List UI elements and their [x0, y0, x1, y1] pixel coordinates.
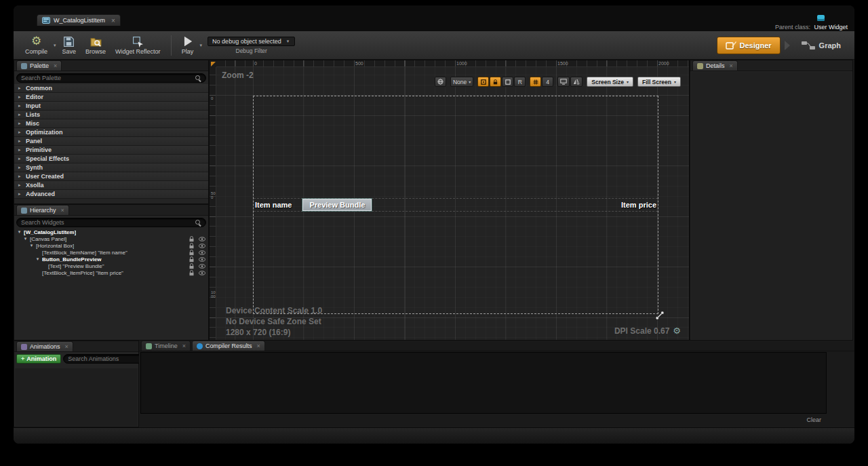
flip-preview-button[interactable] [570, 77, 583, 87]
add-animation-button[interactable]: + Animation [16, 354, 61, 364]
graph-mode-button[interactable]: Graph [794, 37, 848, 54]
designer-mode-button[interactable]: Designer [717, 37, 781, 54]
safe-frames-button[interactable] [502, 77, 513, 87]
expander-icon[interactable]: ▸ [18, 156, 22, 161]
canvas-grid[interactable]: Zoom -2 Item name Preview Bundle Item pr… [216, 67, 689, 340]
hierarchy-row[interactable]: ▾ [Horizontal Box] [14, 242, 208, 249]
item-name-text[interactable]: Item name [255, 201, 292, 209]
hierarchy-row[interactable]: ▾ Button_BundlePreview [14, 256, 208, 263]
designer-viewport[interactable]: 0500100015002000 05001000 Zoom -2 Item n… [209, 60, 690, 341]
compiler-results-log[interactable] [140, 352, 827, 414]
expander-icon[interactable]: ▸ [18, 191, 22, 197]
tab-timeline[interactable]: Timeline × [141, 341, 191, 351]
lock-icon[interactable] [189, 256, 194, 263]
lock-icon[interactable] [189, 250, 194, 256]
palette-category[interactable]: ▸ Panel [14, 137, 208, 146]
palette-category[interactable]: ▸ Special Effects [14, 155, 208, 163]
tab-details[interactable]: Details × [692, 60, 738, 71]
debug-filter-label: Debug Filter [236, 47, 267, 54]
palette-category[interactable]: ▸ Xsolla [14, 181, 208, 190]
play-dropdown-caret-icon[interactable]: ▾ [200, 43, 203, 48]
asset-tab[interactable]: W_CatalogListItem × [37, 14, 121, 26]
snap-grid-size-button[interactable]: 4 [542, 77, 553, 87]
palette-category[interactable]: ▸ Advanced [14, 190, 208, 199]
close-icon[interactable]: × [182, 343, 186, 349]
zoom-to-fit-button[interactable] [557, 77, 570, 87]
expander-icon[interactable]: ▸ [18, 174, 22, 179]
dpi-settings-gear-icon[interactable]: ⚙ [673, 326, 681, 336]
expander-icon[interactable]: ▸ [18, 138, 22, 144]
browse-button[interactable]: Browse [81, 34, 111, 56]
widget-reflector-button[interactable]: Widget Reflector [111, 34, 165, 56]
close-icon[interactable]: × [65, 343, 68, 350]
fill-screen-dropdown[interactable]: Fill Screen ▾ [637, 77, 681, 87]
debug-object-dropdown[interactable]: No debug object selected ▾ [208, 37, 295, 46]
preview-language-dropdown[interactable]: None ▾ [450, 77, 473, 87]
expander-icon[interactable]: ▾ [29, 243, 34, 248]
eye-icon[interactable] [199, 271, 205, 275]
palette-category[interactable]: ▸ Primitive [14, 146, 208, 155]
palette-category-label: Advanced [26, 191, 55, 197]
lock-icon[interactable] [189, 263, 194, 269]
snap-grid-button[interactable] [530, 77, 541, 87]
expander-icon[interactable]: ▾ [35, 256, 40, 262]
compile-dropdown-caret-icon[interactable]: ▾ [54, 43, 56, 48]
localization-preview-button[interactable] [435, 77, 446, 87]
expander-icon[interactable]: ▸ [18, 85, 22, 91]
close-icon[interactable]: × [111, 17, 115, 24]
resize-handle[interactable] [656, 311, 664, 319]
palette-category[interactable]: ▸ Lists [14, 111, 208, 119]
compile-button[interactable]: ⚙ Compile [20, 34, 52, 56]
palette-category[interactable]: ▸ User Created [14, 172, 208, 181]
lock-icon[interactable] [189, 243, 194, 249]
tab-hierarchy[interactable]: Hierarchy × [16, 205, 69, 215]
eye-icon[interactable] [199, 250, 205, 255]
hierarchy-row[interactable]: ▾ [W_CatalogListItem] [14, 229, 208, 235]
screen-size-dropdown[interactable]: Screen Size ▾ [587, 77, 633, 87]
lock-icon[interactable] [189, 236, 194, 242]
palette-category[interactable]: ▸ Misc [14, 119, 208, 128]
close-icon[interactable]: × [61, 207, 64, 214]
palette-category[interactable]: ▸ Synth [14, 163, 208, 172]
eye-icon[interactable] [199, 244, 205, 248]
item-price-text[interactable]: Item price [621, 201, 656, 209]
outline-toggle-button[interactable] [477, 77, 489, 87]
raw-edit-toggle-button[interactable]: R [514, 77, 526, 87]
hierarchy-search-input[interactable] [21, 219, 195, 226]
close-icon[interactable]: × [256, 343, 260, 349]
tab-palette[interactable]: Palette × [16, 60, 62, 71]
hierarchy-row[interactable]: [Text] "Preview Bundle" [14, 263, 208, 269]
expander-icon[interactable]: ▾ [23, 236, 28, 241]
tab-compiler-results[interactable]: Compiler Results × [192, 341, 265, 351]
lock-preview-button[interactable] [490, 77, 501, 87]
expander-icon[interactable]: ▸ [18, 182, 22, 188]
expander-icon[interactable]: ▸ [18, 103, 22, 109]
preview-bundle-button[interactable]: Preview Bundle [302, 199, 372, 211]
expander-icon[interactable]: ▸ [18, 130, 22, 135]
palette-category[interactable]: ▸ Optimization [14, 128, 208, 137]
expander-icon[interactable]: ▾ [17, 229, 22, 235]
palette-category[interactable]: ▸ Common [14, 84, 208, 93]
clear-button[interactable]: Clear [806, 416, 821, 423]
eye-icon[interactable] [199, 257, 205, 262]
hierarchy-row[interactable]: [TextBlock_ItemName] "Item name" [14, 249, 208, 256]
save-button[interactable]: Save [58, 34, 81, 56]
palette-category[interactable]: ▸ Input [14, 102, 208, 111]
eye-icon[interactable] [199, 264, 205, 269]
hierarchy-row[interactable]: ▾ [Canvas Panel] [14, 235, 208, 242]
play-button[interactable]: Play [177, 34, 199, 56]
expander-icon[interactable]: ▸ [18, 165, 22, 170]
expander-icon[interactable]: ▸ [18, 94, 22, 100]
expander-icon[interactable]: ▸ [18, 112, 22, 117]
close-icon[interactable]: × [730, 62, 733, 69]
palette-search-input[interactable] [21, 75, 195, 81]
expander-icon[interactable]: ▸ [18, 121, 22, 126]
palette-category[interactable]: ▸ Editor [14, 93, 208, 102]
tab-animations[interactable]: Animations × [16, 341, 73, 351]
expander-icon[interactable]: ▸ [18, 147, 22, 153]
animations-search-input[interactable] [68, 355, 147, 362]
hierarchy-row[interactable]: [TextBlock_ItemPrice] "Item price" [14, 269, 208, 276]
close-icon[interactable]: × [54, 62, 57, 69]
lock-icon[interactable] [189, 270, 194, 276]
eye-icon[interactable] [199, 237, 205, 241]
